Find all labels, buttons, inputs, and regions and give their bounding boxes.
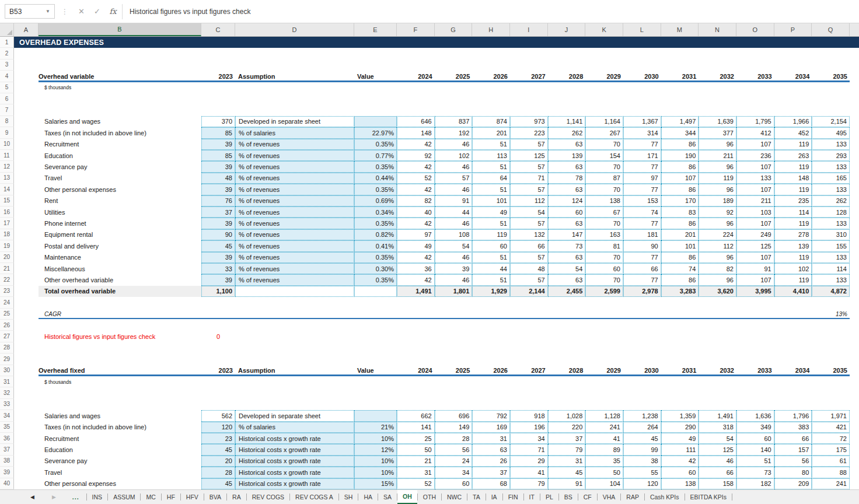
year-value[interactable]: 71 [510, 173, 548, 184]
year-value[interactable]: 46 [435, 252, 473, 263]
year-value[interactable]: 235 [774, 195, 812, 206]
year-value[interactable]: 278 [774, 229, 812, 240]
year-value[interactable]: 874 [472, 116, 510, 127]
year-value[interactable]: 38 [623, 456, 661, 467]
value-cell[interactable]: 0.35% [354, 184, 397, 195]
year-value[interactable]: 99 [623, 444, 661, 455]
assumption-cell[interactable]: % of revenues [235, 195, 354, 206]
value-cell[interactable]: 0.77% [354, 150, 397, 161]
column-header-P[interactable]: P [774, 23, 812, 36]
year-value[interactable]: 249 [736, 229, 774, 240]
year-value[interactable]: 37 [472, 467, 510, 478]
year-value[interactable]: 101 [661, 240, 699, 251]
assumption-cell[interactable]: % of revenues [235, 229, 354, 240]
year-value[interactable]: 79 [510, 478, 548, 489]
year-value[interactable]: 107 [661, 173, 699, 184]
column-header-J[interactable]: J [548, 23, 586, 36]
year-value[interactable]: 290 [661, 422, 699, 433]
year-value[interactable]: 77 [623, 161, 661, 172]
year-value[interactable]: 51 [472, 161, 510, 172]
value-cell[interactable]: 0.30% [354, 263, 397, 274]
year-value[interactable]: 696 [435, 410, 473, 421]
year-value[interactable]: 56 [774, 456, 812, 467]
year-value[interactable]: 662 [397, 410, 435, 421]
year-value[interactable]: 67 [585, 206, 623, 218]
year-value[interactable]: 28 [435, 433, 473, 444]
year-value[interactable]: 46 [435, 161, 473, 172]
year-value[interactable]: 63 [548, 218, 586, 229]
column-header-G[interactable]: G [435, 23, 473, 36]
row-label[interactable]: Travel [39, 467, 201, 478]
year-value[interactable]: 107 [736, 218, 774, 229]
year-value[interactable]: 452 [774, 127, 812, 138]
sheet-tab-ia[interactable]: IA [486, 490, 502, 504]
year-value[interactable]: 86 [661, 161, 699, 172]
year-value[interactable]: 51 [472, 274, 510, 285]
value-cell[interactable]: 10% [354, 456, 397, 467]
year-value[interactable]: 196 [510, 422, 548, 433]
year-value[interactable]: 1,796 [774, 410, 812, 421]
hist-value[interactable]: 39 [201, 252, 235, 263]
year-value[interactable]: 140 [736, 444, 774, 455]
year-value[interactable]: 88 [812, 467, 850, 478]
row-number-20[interactable]: 20 [0, 252, 14, 263]
year-value[interactable]: 377 [699, 127, 736, 138]
row-number-11[interactable]: 11 [0, 150, 14, 161]
year-value[interactable]: 66 [774, 433, 812, 444]
year-value[interactable]: 1,497 [661, 116, 699, 127]
assumption-cell[interactable]: Historical costs x growth rate [235, 478, 354, 489]
row-number-37[interactable]: 37 [0, 444, 14, 455]
hist-value[interactable]: 76 [201, 195, 235, 206]
year-value[interactable]: 170 [661, 195, 699, 206]
year-value[interactable]: 1,971 [812, 410, 850, 421]
year-value[interactable]: 31 [548, 456, 586, 467]
year-value[interactable]: 108 [435, 229, 473, 240]
row-label[interactable]: Severance pay [39, 161, 201, 172]
hist-value[interactable]: 45 [201, 478, 235, 489]
year-value[interactable]: 104 [585, 478, 623, 489]
year-value[interactable]: 71 [510, 444, 548, 455]
sheet-tab-rev-cogs-a[interactable]: REV COGS A [290, 490, 338, 504]
row-number-28[interactable]: 28 [0, 342, 14, 354]
hist-value[interactable]: 28 [201, 467, 235, 478]
year-value[interactable]: 182 [736, 478, 774, 489]
value-cell[interactable]: 0.41% [354, 240, 397, 251]
year-value[interactable]: 147 [548, 229, 586, 240]
column-header-Q[interactable]: Q [812, 23, 850, 36]
year-value[interactable]: 103 [736, 206, 774, 218]
year-value[interactable]: 91 [435, 195, 473, 206]
row-number-26[interactable]: 26 [0, 320, 14, 331]
row-number-40[interactable]: 40 [0, 478, 14, 489]
year-value[interactable]: 72 [812, 433, 850, 444]
row-number-14[interactable]: 14 [0, 184, 14, 195]
year-value[interactable]: 86 [661, 139, 699, 150]
year-value[interactable]: 264 [623, 422, 661, 433]
year-value[interactable]: 153 [623, 195, 661, 206]
year-value[interactable]: 837 [435, 116, 473, 127]
year-value[interactable]: 310 [812, 229, 850, 240]
year-value[interactable]: 70 [585, 184, 623, 195]
year-value[interactable]: 51 [472, 184, 510, 195]
hist-value[interactable]: 85 [201, 150, 235, 161]
sheet-tab-sh[interactable]: SH [339, 490, 358, 504]
year-value[interactable]: 46 [435, 184, 473, 195]
sheet-tab-oth[interactable]: OTH [418, 490, 441, 504]
year-value[interactable]: 77 [623, 218, 661, 229]
year-value[interactable]: 42 [397, 274, 435, 285]
hist-value[interactable]: 20 [201, 456, 235, 467]
year-value[interactable]: 125 [736, 240, 774, 251]
year-value[interactable]: 91 [548, 478, 586, 489]
total-year-value[interactable]: 1,801 [435, 286, 473, 297]
column-header-C[interactable]: C [201, 23, 235, 36]
row-label[interactable]: Salaries and wages [39, 116, 201, 127]
row-number-2[interactable]: 2 [0, 48, 14, 59]
total-value-cell[interactable] [354, 286, 397, 297]
row-number-17[interactable]: 17 [0, 218, 14, 229]
row-number-34[interactable]: 34 [0, 410, 14, 421]
hist-value[interactable]: 45 [201, 444, 235, 455]
row-number-5[interactable]: 5 [0, 82, 14, 93]
hist-value[interactable]: 370 [201, 116, 235, 127]
sheet-tab-ta[interactable]: TA [467, 490, 486, 504]
row-number-8[interactable]: 8 [0, 116, 14, 127]
year-value[interactable]: 54 [510, 206, 548, 218]
